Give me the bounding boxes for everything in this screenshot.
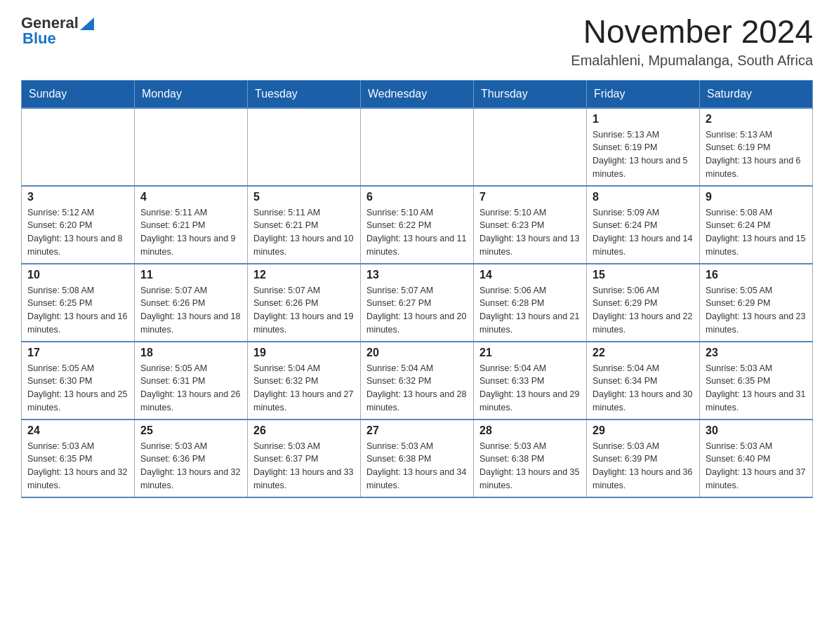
calendar-cell: 2Sunrise: 5:13 AMSunset: 6:19 PMDaylight… bbox=[700, 108, 813, 186]
day-info: Sunrise: 5:03 AMSunset: 6:35 PMDaylight:… bbox=[706, 362, 807, 415]
day-number: 27 bbox=[366, 424, 468, 437]
day-number: 25 bbox=[140, 424, 241, 437]
calendar-week-4: 17Sunrise: 5:05 AMSunset: 6:30 PMDayligh… bbox=[22, 342, 813, 420]
day-info: Sunrise: 5:03 AMSunset: 6:36 PMDaylight:… bbox=[140, 440, 241, 492]
calendar-cell: 15Sunrise: 5:06 AMSunset: 6:29 PMDayligh… bbox=[587, 264, 700, 342]
calendar-cell: 16Sunrise: 5:05 AMSunset: 6:29 PMDayligh… bbox=[700, 264, 813, 342]
day-number: 13 bbox=[366, 269, 468, 281]
day-number: 21 bbox=[479, 347, 581, 359]
calendar-cell: 19Sunrise: 5:04 AMSunset: 6:32 PMDayligh… bbox=[248, 342, 361, 420]
day-info: Sunrise: 5:08 AMSunset: 6:25 PMDaylight:… bbox=[27, 284, 128, 337]
day-number: 22 bbox=[593, 347, 694, 359]
title-section: November 2024 Emalahleni, Mpumalanga, So… bbox=[571, 14, 813, 69]
day-info: Sunrise: 5:09 AMSunset: 6:24 PMDaylight:… bbox=[593, 206, 694, 259]
calendar-cell: 29Sunrise: 5:03 AMSunset: 6:39 PMDayligh… bbox=[587, 420, 700, 497]
day-number: 8 bbox=[593, 191, 694, 203]
day-number: 18 bbox=[140, 347, 241, 359]
calendar-cell: 30Sunrise: 5:03 AMSunset: 6:40 PMDayligh… bbox=[700, 420, 813, 497]
day-number: 26 bbox=[253, 424, 355, 437]
weekday-header-saturday: Saturday bbox=[700, 80, 813, 108]
day-info: Sunrise: 5:04 AMSunset: 6:33 PMDaylight:… bbox=[479, 362, 581, 415]
calendar-cell: 25Sunrise: 5:03 AMSunset: 6:36 PMDayligh… bbox=[135, 420, 248, 497]
weekday-header-monday: Monday bbox=[135, 80, 248, 108]
day-info: Sunrise: 5:03 AMSunset: 6:40 PMDaylight:… bbox=[706, 440, 807, 492]
day-info: Sunrise: 5:08 AMSunset: 6:24 PMDaylight:… bbox=[706, 206, 807, 259]
calendar-cell: 21Sunrise: 5:04 AMSunset: 6:33 PMDayligh… bbox=[474, 342, 587, 420]
day-number: 7 bbox=[479, 191, 581, 203]
logo-triangle-icon bbox=[80, 15, 94, 30]
calendar-cell: 12Sunrise: 5:07 AMSunset: 6:26 PMDayligh… bbox=[248, 264, 361, 342]
day-info: Sunrise: 5:03 AMSunset: 6:38 PMDaylight:… bbox=[479, 440, 581, 492]
day-number: 28 bbox=[479, 424, 581, 437]
calendar-cell: 18Sunrise: 5:05 AMSunset: 6:31 PMDayligh… bbox=[135, 342, 248, 420]
calendar-cell bbox=[135, 108, 248, 186]
calendar-cell bbox=[474, 108, 587, 186]
weekday-header-sunday: Sunday bbox=[22, 80, 135, 108]
calendar-cell: 22Sunrise: 5:04 AMSunset: 6:34 PMDayligh… bbox=[587, 342, 700, 420]
day-number: 16 bbox=[706, 269, 807, 281]
day-number: 30 bbox=[706, 424, 807, 437]
calendar-cell: 23Sunrise: 5:03 AMSunset: 6:35 PMDayligh… bbox=[700, 342, 813, 420]
calendar-cell: 4Sunrise: 5:11 AMSunset: 6:21 PMDaylight… bbox=[135, 186, 248, 264]
calendar-cell: 7Sunrise: 5:10 AMSunset: 6:23 PMDaylight… bbox=[474, 186, 587, 264]
day-info: Sunrise: 5:07 AMSunset: 6:26 PMDaylight:… bbox=[140, 284, 241, 337]
day-info: Sunrise: 5:05 AMSunset: 6:30 PMDaylight:… bbox=[27, 362, 128, 415]
calendar-cell: 24Sunrise: 5:03 AMSunset: 6:35 PMDayligh… bbox=[22, 420, 135, 497]
day-number: 9 bbox=[706, 191, 807, 203]
day-number: 6 bbox=[366, 191, 468, 203]
day-info: Sunrise: 5:07 AMSunset: 6:26 PMDaylight:… bbox=[253, 284, 355, 337]
day-info: Sunrise: 5:11 AMSunset: 6:21 PMDaylight:… bbox=[140, 206, 241, 259]
svg-marker-0 bbox=[80, 18, 94, 30]
calendar-cell bbox=[22, 108, 135, 186]
logo-blue: Blue bbox=[22, 29, 56, 48]
calendar-cell: 9Sunrise: 5:08 AMSunset: 6:24 PMDaylight… bbox=[700, 186, 813, 264]
day-info: Sunrise: 5:04 AMSunset: 6:32 PMDaylight:… bbox=[253, 362, 355, 415]
logo: General Blue bbox=[21, 14, 94, 48]
day-number: 12 bbox=[253, 269, 355, 281]
day-number: 3 bbox=[27, 191, 128, 203]
day-info: Sunrise: 5:10 AMSunset: 6:22 PMDaylight:… bbox=[366, 206, 468, 259]
day-number: 5 bbox=[253, 191, 355, 203]
calendar-week-2: 3Sunrise: 5:12 AMSunset: 6:20 PMDaylight… bbox=[22, 186, 813, 264]
day-number: 15 bbox=[593, 269, 694, 281]
weekday-header-wednesday: Wednesday bbox=[361, 80, 474, 108]
calendar-cell: 1Sunrise: 5:13 AMSunset: 6:19 PMDaylight… bbox=[587, 108, 700, 186]
calendar-week-5: 24Sunrise: 5:03 AMSunset: 6:35 PMDayligh… bbox=[22, 420, 813, 497]
day-number: 20 bbox=[366, 347, 468, 359]
day-info: Sunrise: 5:04 AMSunset: 6:32 PMDaylight:… bbox=[366, 362, 468, 415]
calendar-week-3: 10Sunrise: 5:08 AMSunset: 6:25 PMDayligh… bbox=[22, 264, 813, 342]
day-number: 4 bbox=[140, 191, 241, 203]
weekday-header-row: SundayMondayTuesdayWednesdayThursdayFrid… bbox=[22, 80, 813, 108]
calendar-cell bbox=[361, 108, 474, 186]
day-info: Sunrise: 5:06 AMSunset: 6:29 PMDaylight:… bbox=[593, 284, 694, 337]
day-info: Sunrise: 5:06 AMSunset: 6:28 PMDaylight:… bbox=[479, 284, 581, 337]
day-info: Sunrise: 5:04 AMSunset: 6:34 PMDaylight:… bbox=[593, 362, 694, 415]
weekday-header-tuesday: Tuesday bbox=[248, 80, 361, 108]
day-info: Sunrise: 5:13 AMSunset: 6:19 PMDaylight:… bbox=[706, 128, 807, 181]
day-info: Sunrise: 5:05 AMSunset: 6:29 PMDaylight:… bbox=[706, 284, 807, 337]
day-number: 19 bbox=[253, 347, 355, 359]
calendar-cell: 13Sunrise: 5:07 AMSunset: 6:27 PMDayligh… bbox=[361, 264, 474, 342]
calendar-cell bbox=[248, 108, 361, 186]
day-info: Sunrise: 5:03 AMSunset: 6:39 PMDaylight:… bbox=[593, 440, 694, 492]
day-number: 2 bbox=[706, 113, 807, 126]
calendar-cell: 10Sunrise: 5:08 AMSunset: 6:25 PMDayligh… bbox=[22, 264, 135, 342]
weekday-header-thursday: Thursday bbox=[474, 80, 587, 108]
calendar-cell: 28Sunrise: 5:03 AMSunset: 6:38 PMDayligh… bbox=[474, 420, 587, 497]
calendar-cell: 26Sunrise: 5:03 AMSunset: 6:37 PMDayligh… bbox=[248, 420, 361, 497]
day-info: Sunrise: 5:03 AMSunset: 6:38 PMDaylight:… bbox=[366, 440, 468, 492]
calendar-cell: 20Sunrise: 5:04 AMSunset: 6:32 PMDayligh… bbox=[361, 342, 474, 420]
day-info: Sunrise: 5:11 AMSunset: 6:21 PMDaylight:… bbox=[253, 206, 355, 259]
calendar-table: SundayMondayTuesdayWednesdayThursdayFrid… bbox=[21, 80, 813, 498]
day-number: 14 bbox=[479, 269, 581, 281]
calendar-cell: 8Sunrise: 5:09 AMSunset: 6:24 PMDaylight… bbox=[587, 186, 700, 264]
day-info: Sunrise: 5:07 AMSunset: 6:27 PMDaylight:… bbox=[366, 284, 468, 337]
page-header: General Blue November 2024 Emalahleni, M… bbox=[21, 14, 813, 69]
month-title: November 2024 bbox=[571, 14, 813, 50]
day-number: 23 bbox=[706, 347, 807, 359]
calendar-cell: 5Sunrise: 5:11 AMSunset: 6:21 PMDaylight… bbox=[248, 186, 361, 264]
day-number: 11 bbox=[140, 269, 241, 281]
day-info: Sunrise: 5:12 AMSunset: 6:20 PMDaylight:… bbox=[27, 206, 128, 259]
day-number: 17 bbox=[27, 347, 128, 359]
calendar-cell: 27Sunrise: 5:03 AMSunset: 6:38 PMDayligh… bbox=[361, 420, 474, 497]
